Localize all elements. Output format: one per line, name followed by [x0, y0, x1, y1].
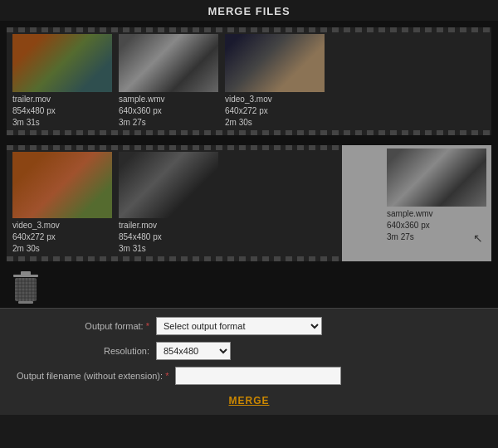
- thumb-duration-2: 3m 27s: [119, 117, 218, 129]
- film-strip-row2: video_3.mov 640x272 px 2m 30s trailer.mo…: [7, 145, 342, 261]
- thumb-filename-2: sample.wmv: [119, 94, 218, 105]
- drag-thumb-img: [387, 149, 486, 207]
- trash-icon[interactable]: [10, 270, 42, 304]
- output-format-label: Output format: *: [17, 321, 149, 331]
- drag-duration: 3m 27s: [387, 231, 486, 243]
- trash-area: [0, 265, 498, 308]
- thumb-resolution-1: 854x480 px: [12, 105, 112, 117]
- thumb-img-4: [12, 152, 112, 218]
- resolution-row: Resolution: 854x480 640x480 640x360 1280…: [17, 342, 481, 360]
- merge-button[interactable]: MERGE: [228, 395, 269, 407]
- thumb-duration-4: 2m 30s: [12, 243, 112, 255]
- film-strip-row1: trailer.mov 854x480 px 3m 31s sample.wmv…: [7, 24, 491, 139]
- thumb-duration-1: 3m 31s: [12, 117, 112, 129]
- drag-resolution: 640x360 px: [387, 220, 486, 231]
- thumb-img-5: [119, 152, 218, 218]
- filename-row: Output filename (without extension): *: [17, 367, 481, 385]
- svg-rect-1: [21, 271, 31, 275]
- drag-thumb-info: sample.wmv 640x360 px 3m 27s: [387, 208, 486, 243]
- film-thumb-5[interactable]: trailer.mov 854x480 px 3m 31s: [119, 152, 218, 255]
- filename-input[interactable]: [175, 367, 341, 385]
- thumb-info-1: trailer.mov 854x480 px 3m 31s: [12, 94, 112, 129]
- merge-link-row: MERGE: [17, 395, 481, 407]
- output-format-select[interactable]: Select output format: [156, 317, 322, 335]
- thumb-resolution-4: 640x272 px: [12, 231, 112, 243]
- drag-filename: sample.wmv: [387, 208, 486, 220]
- resolution-label: Resolution:: [17, 346, 149, 356]
- thumb-filename-5: trailer.mov: [119, 220, 218, 231]
- filename-label: Output filename (without extension): *: [17, 371, 168, 381]
- film-thumb-4[interactable]: video_3.mov 640x272 px 2m 30s: [12, 152, 112, 255]
- controls-area: Output format: * Select output format Re…: [0, 308, 498, 415]
- thumb-img-3: [225, 34, 325, 92]
- resolution-select[interactable]: 854x480 640x480 640x360 1280x720 1920x10…: [156, 342, 231, 360]
- thumb-img-1: [12, 34, 112, 92]
- thumb-filename-1: trailer.mov: [12, 94, 112, 105]
- film-area-row1: trailer.mov 854x480 px 3m 31s sample.wmv…: [0, 21, 498, 142]
- thumb-info-4: video_3.mov 640x272 px 2m 30s: [12, 220, 112, 255]
- thumb-info-2: sample.wmv 640x360 px 3m 27s: [119, 94, 218, 129]
- thumb-duration-5: 3m 31s: [119, 243, 218, 255]
- cursor-icon: ↖: [473, 231, 483, 245]
- output-format-row: Output format: * Select output format: [17, 317, 481, 335]
- thumb-resolution-2: 640x360 px: [119, 105, 218, 117]
- thumb-info-3: video_3.mov 640x272 px 2m 30s: [225, 94, 325, 129]
- thumb-resolution-3: 640x272 px: [225, 105, 325, 117]
- svg-rect-15: [18, 301, 33, 304]
- thumb-filename-3: video_3.mov: [225, 94, 325, 105]
- film-thumb-1[interactable]: trailer.mov 854x480 px 3m 31s: [12, 34, 112, 129]
- title-text: MERGE FILES: [208, 5, 290, 17]
- thumb-resolution-5: 854x480 px: [119, 231, 218, 243]
- second-row-area: video_3.mov 640x272 px 2m 30s trailer.mo…: [0, 142, 498, 265]
- film-thumb-2[interactable]: sample.wmv 640x360 px 3m 27s: [119, 34, 218, 129]
- thumb-duration-3: 2m 30s: [225, 117, 325, 129]
- thumb-info-5: trailer.mov 854x480 px 3m 31s: [119, 220, 218, 255]
- page-title: MERGE FILES: [0, 0, 498, 21]
- film-thumb-3[interactable]: video_3.mov 640x272 px 2m 30s: [225, 34, 325, 129]
- drag-area[interactable]: sample.wmv 640x360 px 3m 27s ↖: [342, 145, 491, 261]
- film-strip-bg1: trailer.mov 854x480 px 3m 31s sample.wmv…: [7, 27, 491, 135]
- thumb-filename-4: video_3.mov: [12, 220, 112, 231]
- thumb-img-2: [119, 34, 218, 92]
